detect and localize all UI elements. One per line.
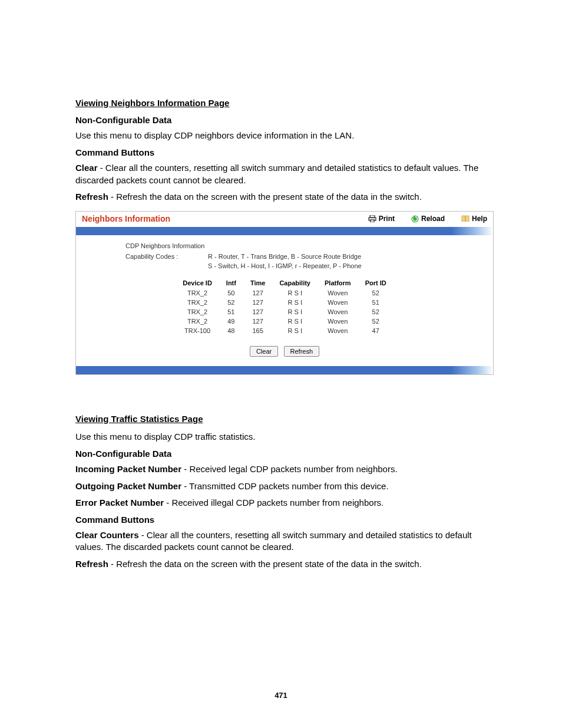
section2-cmd-clear: Clear Counters - Clear all the counters,… [75, 529, 494, 554]
cdp-meta: CDP Neighbors Information Capability Cod… [125, 242, 444, 269]
table-cell: Woven [318, 307, 358, 317]
section2-noncfg-head: Non-Configurable Data [75, 449, 494, 459]
table-row: TRX_252127R S IWoven51 [176, 298, 393, 307]
help-label: Help [472, 215, 487, 223]
table-cell: TRX_2 [176, 298, 219, 307]
cmd-refresh2-text: - Refresh the data on the screen with th… [108, 559, 422, 569]
table-cell: TRX_2 [176, 307, 219, 317]
capcodes-line1: R - Router, T - Trans Bridge, B - Source… [208, 253, 444, 260]
blue-bar-top [76, 227, 493, 235]
table-cell: 52 [358, 307, 394, 317]
table-cell: 50 [219, 288, 243, 298]
panel-title: Neighbors Information [82, 214, 368, 223]
table-cell: Woven [318, 317, 358, 326]
col-port-id: Port ID [358, 278, 394, 288]
svg-rect-0 [370, 215, 375, 218]
reload-label: Reload [421, 215, 445, 223]
svg-rect-2 [371, 220, 374, 222]
table-header-row: Device ID Intf Time Capability Platform … [176, 278, 393, 288]
table-cell: TRX_2 [176, 317, 219, 326]
table-cell: 127 [243, 298, 272, 307]
cmd-clear-counters-label: Clear Counters [75, 530, 139, 540]
table-cell: 51 [219, 307, 243, 317]
table-cell: Woven [318, 288, 358, 298]
panel-header: Neighbors Information Print Reload [76, 212, 493, 227]
table-cell: 165 [243, 326, 272, 335]
button-row: Clear Refresh [88, 346, 481, 357]
table-cell: 127 [243, 307, 272, 317]
section1-noncfg-text: Use this menu to display CDP neighbors d… [75, 130, 494, 141]
page-number: 471 [0, 691, 562, 700]
noncfg-item-text: - Received illegal CDP packets number fr… [164, 498, 384, 508]
table-cell: R S I [272, 298, 318, 307]
cmd-refresh-text: - Refresh the data on the screen with th… [108, 192, 422, 202]
section2-intro: Use this menu to display CDP traffic sta… [75, 431, 494, 443]
printer-icon [368, 215, 376, 222]
table-cell: 48 [219, 326, 243, 335]
table-cell: Woven [318, 298, 358, 307]
table-row: TRX-10048165R S IWoven47 [176, 326, 393, 335]
col-intf: Intf [219, 278, 243, 288]
help-icon [461, 215, 470, 222]
print-label: Print [379, 215, 395, 223]
table-cell: 52 [358, 288, 394, 298]
table-cell: 127 [243, 317, 272, 326]
section1-cmd-head: Command Buttons [75, 147, 494, 157]
col-platform: Platform [318, 278, 358, 288]
table-cell: 47 [358, 326, 394, 335]
reload-button[interactable]: Reload [411, 215, 445, 223]
help-button[interactable]: Help [461, 215, 487, 223]
table-cell: 52 [219, 298, 243, 307]
col-capability: Capability [272, 278, 318, 288]
table-cell: 52 [358, 317, 394, 326]
section2-heading: Viewing Traffic Statistics Page [75, 414, 494, 424]
table-row: TRX_249127R S IWoven52 [176, 317, 393, 326]
col-time: Time [243, 278, 272, 288]
section1-heading: Viewing Neighbors Information Page [75, 98, 494, 108]
noncfg-item: Incoming Packet Number - Received legal … [75, 463, 494, 475]
panel-body: CDP Neighbors Information Capability Cod… [76, 235, 493, 366]
section2-cmd-head: Command Buttons [75, 515, 494, 525]
table-cell: R S I [272, 326, 318, 335]
table-cell: 51 [358, 298, 394, 307]
cmd-refresh2-label: Refresh [75, 559, 108, 569]
cdp-table: Device ID Intf Time Capability Platform … [176, 278, 393, 335]
table-cell: R S I [272, 288, 318, 298]
cmd-refresh-label: Refresh [75, 192, 108, 202]
section1-noncfg-head: Non-Configurable Data [75, 115, 494, 125]
noncfg-item: Outgoing Packet Number - Transmitted CDP… [75, 480, 494, 492]
panel-actions: Print Reload Help [368, 215, 487, 223]
noncfg-item-label: Error Packet Number [75, 498, 164, 508]
table-cell: 49 [219, 317, 243, 326]
print-button[interactable]: Print [368, 215, 395, 223]
section2-cmd-refresh: Refresh - Refresh the data on the screen… [75, 558, 494, 570]
table-row: TRX_251127R S IWoven52 [176, 307, 393, 317]
table-cell: 127 [243, 288, 272, 298]
table-cell: TRX_2 [176, 288, 219, 298]
noncfg-item-text: - Received legal CDP packets number from… [181, 464, 398, 474]
table-cell: R S I [272, 317, 318, 326]
section1-cmd-clear: Clear - Clear all the counters, resettin… [75, 162, 494, 186]
col-device-id: Device ID [176, 278, 219, 288]
cdp-caption: CDP Neighbors Information [125, 242, 208, 249]
clear-button[interactable]: Clear [250, 346, 278, 357]
cmd-clear-text: - Clear all the counters, resetting all … [75, 163, 478, 185]
refresh-button[interactable]: Refresh [284, 346, 320, 357]
section1-cmd-refresh: Refresh - Refresh the data on the screen… [75, 191, 494, 203]
cmd-clear-label: Clear [75, 163, 98, 173]
noncfg-item: Error Packet Number - Received illegal C… [75, 497, 494, 509]
blue-bar-bottom [76, 366, 493, 374]
table-cell: R S I [272, 307, 318, 317]
table-row: TRX_250127R S IWoven52 [176, 288, 393, 298]
table-cell: TRX-100 [176, 326, 219, 335]
capcodes-line2: S - Switch, H - Host, I - IGMP, r - Repe… [208, 262, 444, 269]
reload-icon [411, 215, 419, 223]
neighbors-panel: Neighbors Information Print Reload [75, 211, 494, 375]
noncfg-item-label: Outgoing Packet Number [75, 481, 181, 491]
noncfg-item-text: - Transmitted CDP packets number from th… [181, 481, 389, 491]
table-cell: Woven [318, 326, 358, 335]
capcodes-label: Capability Codes : [125, 253, 208, 260]
noncfg-item-label: Incoming Packet Number [75, 464, 181, 474]
